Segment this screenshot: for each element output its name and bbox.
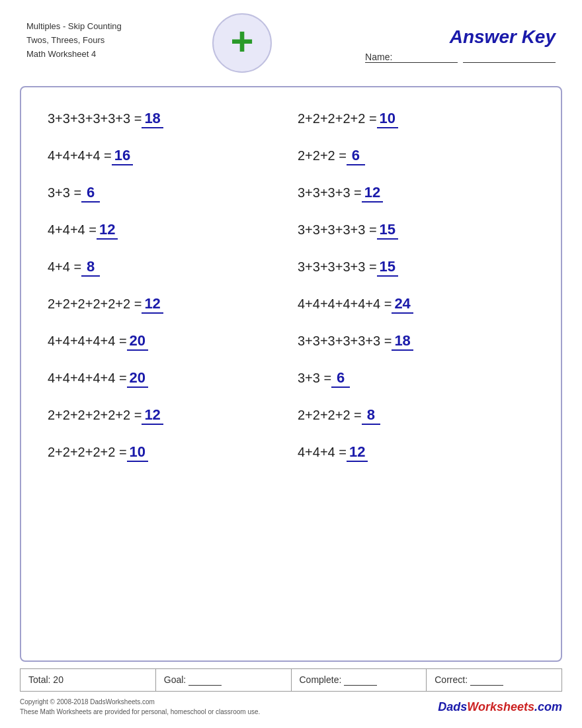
problem-row: 4+4+4+4+4 = 20 [41,323,291,360]
answer-right-8: 6 [331,369,350,388]
copyright-text: Copyright © 2008-2018 DadsWorksheets.com… [20,697,260,717]
answer-right-10: 12 [347,443,368,462]
problem-row: 4+4+4+4+4 = 20 [41,360,291,397]
answer-left-5: 8 [81,258,100,277]
problem-row: 4+4+4 = 12 [41,212,291,249]
problem-row: 4+4+4 = 12 [291,434,541,471]
problem-row: 3+3 = 6 [41,175,291,212]
equation-left-6: 2+2+2+2+2+2 = [48,296,142,312]
equation-left-2: 4+4+4+4 = [48,148,112,163]
total-cell: Total: 20 [21,669,156,691]
answer-right-1: 10 [377,110,398,128]
complete-cell: Complete: [292,669,427,691]
equation-right-1: 2+2+2+2+2 = [298,111,377,126]
problem-row: 2+2+2 = 6 [291,138,541,175]
problem-row: 3+3+3+3+3+3 = 18 [41,101,291,138]
brand-dads: Dads [438,700,467,713]
problem-row: 3+3 = 6 [291,360,541,397]
problems-grid: 3+3+3+3+3+3 = 18 2+2+2+2+2 = 10 4+4+4+4 … [41,101,541,471]
answer-left-9: 12 [142,406,163,425]
problem-row: 2+2+2+2+2+2 = 12 [41,397,291,434]
worksheet-box: 3+3+3+3+3+3 = 18 2+2+2+2+2 = 10 4+4+4+4 … [20,86,562,662]
correct-cell: Correct: [427,669,561,691]
equation-right-6: 4+4+4+4+4+4 = [298,296,392,312]
equation-right-2: 2+2+2 = [298,148,347,163]
problem-row: 4+4+4+4 = 16 [41,138,291,175]
equation-left-7: 4+4+4+4+4 = [48,334,127,349]
copyright-line2: These Math Worksheets are provided for p… [20,707,260,717]
answer-right-5: 15 [377,258,398,277]
brand-worksheets: Worksheets [467,700,534,713]
complete-label: Complete: [300,674,342,685]
answer-right-4: 15 [377,221,398,240]
logo-area: + [212,13,272,73]
equation-left-8: 4+4+4+4+4 = [48,371,127,386]
header-subtitle: Multiples - Skip Counting Twos, Threes, … [26,20,122,61]
answer-left-2: 16 [112,147,133,165]
subtitle-line2: Twos, Threes, Fours [26,34,122,48]
total-label: Total: 20 [28,674,63,685]
problem-row: 2+2+2+2+2 = 10 [291,101,541,138]
goal-label: Goal: [164,674,186,685]
equation-right-4: 3+3+3+3+3 = [298,222,377,238]
correct-underline [470,674,503,686]
complete-underline [344,674,377,686]
equation-right-3: 3+3+3+3 = [298,185,362,201]
copyright-area: Copyright © 2008-2018 DadsWorksheets.com… [20,697,562,717]
answer-left-10: 10 [127,443,148,462]
answer-left-8: 20 [127,369,148,388]
subtitle-line1: Multiples - Skip Counting [26,20,122,34]
answer-right-9: 8 [362,406,380,425]
equation-left-5: 4+4 = [48,259,81,275]
problem-row: 2+2+2+2 = 8 [291,397,541,434]
header-right: Answer Key Name: [362,20,556,63]
answer-right-2: 6 [347,147,365,165]
answer-left-7: 20 [127,332,148,351]
problem-row: 3+3+3+3+3+3 = 18 [291,323,541,360]
footer-stats-bar: Total: 20 Goal: Complete: Correct: [20,668,562,692]
problem-row: 3+3+3+3+3 = 15 [291,249,541,286]
answer-key-label: Answer Key [450,26,556,48]
equation-left-9: 2+2+2+2+2+2 = [48,408,142,423]
answer-right-7: 18 [392,332,413,351]
goal-cell: Goal: [156,669,292,691]
name-label: Name: [365,52,458,63]
problem-row: 2+2+2+2+2 = 10 [41,434,291,471]
answer-left-3: 6 [81,184,100,203]
name-underline [463,52,556,63]
equation-left-3: 3+3 = [48,185,81,201]
equation-right-7: 3+3+3+3+3+3 = [298,334,392,349]
problem-row: 4+4 = 8 [41,249,291,286]
goal-underline [188,674,222,686]
answer-right-3: 12 [362,184,383,203]
problem-row: 4+4+4+4+4+4 = 24 [291,286,541,323]
equation-right-8: 3+3 = [298,371,331,386]
correct-label: Correct: [435,674,468,685]
equation-left-4: 4+4+4 = [48,222,97,238]
equation-right-10: 4+4+4 = [298,445,347,460]
plus-icon-circle: + [212,13,272,73]
brand-logo: DadsWorksheets.com [438,700,562,714]
equation-right-9: 2+2+2+2 = [298,408,362,423]
equation-left-10: 2+2+2+2+2 = [48,445,127,460]
plus-icon: + [230,22,253,62]
header: Multiples - Skip Counting Twos, Threes, … [0,0,582,79]
answer-left-6: 12 [142,295,163,314]
problem-row: 2+2+2+2+2+2 = 12 [41,286,291,323]
equation-right-5: 3+3+3+3+3 = [298,259,377,275]
brand-dot-com: .com [534,700,562,713]
answer-right-6: 24 [392,295,413,314]
answer-left-4: 12 [97,221,118,240]
problem-row: 3+3+3+3 = 12 [291,175,541,212]
name-line: Name: [362,52,556,63]
subtitle-line3: Math Worksheet 4 [26,48,122,62]
equation-left-1: 3+3+3+3+3+3 = [48,111,142,126]
answer-left-1: 18 [142,110,163,128]
problem-row: 3+3+3+3+3 = 15 [291,212,541,249]
copyright-line1: Copyright © 2008-2018 DadsWorksheets.com [20,697,260,707]
